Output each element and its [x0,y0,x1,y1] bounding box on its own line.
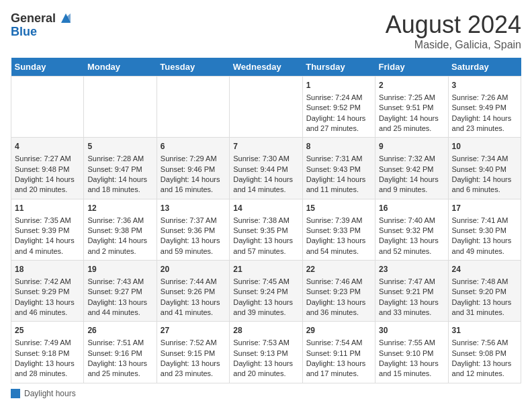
day-number: 23 [379,264,444,275]
sunrise-text: Sunrise: 7:28 AM [87,154,144,163]
legend-label: Daylight hours [24,389,76,398]
calendar-cell: 12Sunrise: 7:36 AMSunset: 9:38 PMDayligh… [84,199,157,260]
sunrise-text: Sunrise: 7:43 AM [87,277,144,285]
day-number: 31 [452,325,517,336]
sunset-text: Sunset: 9:23 PM [306,287,361,295]
calendar-cell: 2Sunrise: 7:25 AMSunset: 9:51 PMDaylight… [375,77,448,138]
sunrise-text: Sunrise: 7:41 AM [452,216,508,224]
calendar-cell [157,77,229,138]
sunrise-text: Sunrise: 7:46 AM [306,277,363,285]
sunrise-text: Sunrise: 7:30 AM [233,154,290,163]
sunset-text: Sunset: 9:51 PM [379,103,433,111]
sunset-text: Sunset: 9:35 PM [233,226,287,234]
sunrise-text: Sunrise: 7:25 AM [379,93,435,101]
day-number: 12 [87,203,152,214]
sunrise-text: Sunrise: 7:47 AM [379,277,435,285]
sunset-text: Sunset: 9:27 PM [87,287,142,295]
sunset-text: Sunset: 9:52 PM [306,103,361,111]
sunset-text: Sunset: 9:38 PM [87,226,142,234]
daylight-text: Daylight: 13 hours and 31 minutes. [452,298,512,316]
calendar-cell: 15Sunrise: 7:39 AMSunset: 9:33 PMDayligh… [302,199,375,260]
daylight-text: Daylight: 13 hours and 57 minutes. [233,236,293,255]
calendar-cell [84,77,157,138]
sunrise-text: Sunrise: 7:49 AM [15,338,71,347]
day-number: 18 [15,264,80,275]
calendar-cell: 11Sunrise: 7:35 AMSunset: 9:39 PMDayligh… [11,199,84,260]
sunset-text: Sunset: 9:43 PM [306,165,361,173]
day-number: 1 [306,80,371,91]
sunrise-text: Sunrise: 7:29 AM [161,154,217,163]
day-number: 9 [379,141,444,152]
calendar-cell: 1Sunrise: 7:24 AMSunset: 9:52 PMDaylight… [302,77,375,138]
daylight-text: Daylight: 13 hours and 25 minutes. [87,359,147,377]
legend-box [11,389,20,398]
sunset-text: Sunset: 9:29 PM [15,287,69,295]
day-number: 21 [233,264,298,275]
daylight-text: Daylight: 13 hours and 54 minutes. [306,236,366,255]
day-number: 20 [161,264,226,275]
daylight-text: Daylight: 14 hours and 23 minutes. [452,114,512,132]
sunrise-text: Sunrise: 7:53 AM [233,338,290,347]
sunrise-text: Sunrise: 7:36 AM [87,216,144,224]
calendar-week-row: 18Sunrise: 7:42 AMSunset: 9:29 PMDayligh… [11,261,521,322]
calendar-cell: 3Sunrise: 7:26 AMSunset: 9:49 PMDaylight… [448,77,521,138]
day-number: 14 [233,203,298,214]
day-header-thursday: Thursday [302,58,375,77]
sunrise-text: Sunrise: 7:54 AM [306,338,363,347]
sunrise-text: Sunrise: 7:56 AM [452,338,508,347]
day-number: 22 [306,264,371,275]
day-number: 11 [15,203,80,214]
calendar-cell: 14Sunrise: 7:38 AMSunset: 9:35 PMDayligh… [230,199,302,260]
day-number: 5 [87,141,152,152]
sunrise-text: Sunrise: 7:42 AM [15,277,71,285]
location: Maside, Galicia, Spain [386,39,521,51]
calendar-cell: 30Sunrise: 7:55 AMSunset: 9:10 PMDayligh… [375,322,448,383]
day-number: 24 [452,264,517,275]
daylight-text: Daylight: 14 hours and 18 minutes. [87,175,147,193]
sunset-text: Sunset: 9:44 PM [233,165,287,173]
sunrise-text: Sunrise: 7:38 AM [233,216,290,224]
calendar-cell: 10Sunrise: 7:34 AMSunset: 9:40 PMDayligh… [448,138,521,199]
logo: General Blue [11,11,73,38]
day-number: 28 [233,325,298,336]
logo-blue-text: Blue [11,25,37,38]
sunset-text: Sunset: 9:49 PM [452,103,506,111]
day-number: 30 [379,325,444,336]
day-number: 25 [15,325,80,336]
sunset-text: Sunset: 9:33 PM [306,226,361,234]
calendar-cell: 25Sunrise: 7:49 AMSunset: 9:18 PMDayligh… [11,322,84,383]
calendar-cell: 19Sunrise: 7:43 AMSunset: 9:27 PMDayligh… [84,261,157,322]
sunrise-text: Sunrise: 7:48 AM [452,277,508,285]
daylight-text: Daylight: 14 hours and 9 minutes. [379,175,439,193]
sunset-text: Sunset: 9:30 PM [452,226,506,234]
calendar-cell: 21Sunrise: 7:45 AMSunset: 9:24 PMDayligh… [230,261,302,322]
calendar-cell: 28Sunrise: 7:53 AMSunset: 9:13 PMDayligh… [230,322,302,383]
calendar-cell: 5Sunrise: 7:28 AMSunset: 9:47 PMDaylight… [84,138,157,199]
day-number: 7 [233,141,298,152]
sunrise-text: Sunrise: 7:35 AM [15,216,71,224]
sunset-text: Sunset: 9:24 PM [233,287,287,295]
calendar-cell: 4Sunrise: 7:27 AMSunset: 9:48 PMDaylight… [11,138,84,199]
calendar-cell: 13Sunrise: 7:37 AMSunset: 9:36 PMDayligh… [157,199,229,260]
sunrise-text: Sunrise: 7:55 AM [379,338,435,347]
daylight-text: Daylight: 13 hours and 23 minutes. [161,359,220,377]
sunrise-text: Sunrise: 7:40 AM [379,216,435,224]
daylight-text: Daylight: 14 hours and 6 minutes. [452,175,512,193]
daylight-text: Daylight: 13 hours and 33 minutes. [379,298,439,316]
sunset-text: Sunset: 9:21 PM [379,287,433,295]
logo-icon [58,11,73,26]
day-number: 3 [452,80,517,91]
daylight-text: Daylight: 13 hours and 12 minutes. [452,359,512,377]
day-number: 16 [379,203,444,214]
day-number: 13 [161,203,226,214]
month-year: August 2024 [386,11,521,39]
day-number: 6 [161,141,226,152]
day-number: 2 [379,80,444,91]
daylight-text: Daylight: 13 hours and 49 minutes. [452,236,512,255]
calendar-cell: 7Sunrise: 7:30 AMSunset: 9:44 PMDaylight… [230,138,302,199]
sunset-text: Sunset: 9:47 PM [87,165,142,173]
sunrise-text: Sunrise: 7:24 AM [306,93,363,101]
daylight-text: Daylight: 14 hours and 14 minutes. [233,175,293,193]
day-number: 26 [87,325,152,336]
sunrise-text: Sunrise: 7:27 AM [15,154,71,163]
